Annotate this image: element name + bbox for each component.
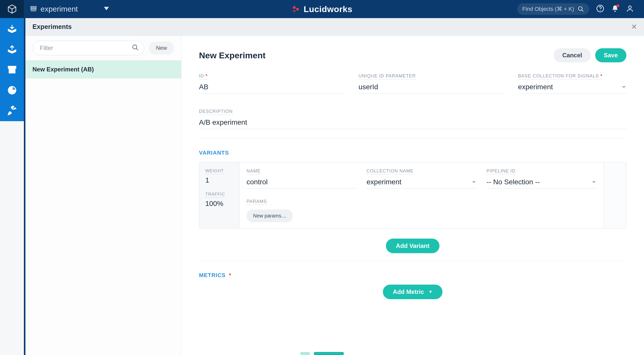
weight-label: WEIGHT (205, 168, 224, 174)
params-label: PARAMS (247, 199, 267, 205)
notifications-icon[interactable] (611, 5, 619, 13)
rail-item-archive[interactable] (0, 59, 24, 80)
svg-marker-5 (104, 7, 109, 10)
variant-drag-handle[interactable] (603, 162, 626, 228)
traffic-label: TRAFFIC (205, 192, 225, 198)
id-value: AB (199, 83, 208, 91)
required-marker: * (227, 272, 231, 278)
rail-item-ingest[interactable] (0, 18, 24, 39)
panel-title: Experiments (32, 23, 72, 31)
variant-collection-field[interactable]: COLLECTION NAME experiment (367, 168, 476, 189)
uid-label: UNIQUE ID PARAMETER (358, 73, 416, 79)
caret-down-icon (104, 7, 109, 11)
svg-marker-12 (8, 50, 16, 53)
chevron-down-icon (471, 178, 476, 186)
desc-label: DESCRIPTION (199, 109, 233, 115)
search-icon (578, 6, 584, 12)
cancel-button[interactable]: Cancel (554, 48, 591, 62)
left-rail (0, 18, 24, 355)
form-column: New Experiment Cancel Save ID* AB UNIQUE… (181, 36, 644, 355)
variant-name-value: control (247, 178, 268, 186)
chevron-down-icon (591, 178, 596, 186)
svg-line-7 (582, 10, 583, 12)
id-label: ID (199, 73, 204, 78)
panel-header: Experiments ✕ (25, 18, 644, 36)
global-search[interactable]: Find Objects (⌘ + K) (517, 3, 589, 15)
svg-point-6 (578, 7, 582, 10)
weight-value: 1 (205, 176, 233, 184)
svg-point-16 (133, 45, 137, 49)
help-icon[interactable] (596, 5, 604, 14)
workspace-switcher[interactable]: experiment (30, 5, 109, 13)
notification-dot (616, 4, 619, 7)
field-description[interactable]: DESCRIPTION A/B experiment (199, 109, 626, 129)
svg-rect-14 (9, 68, 15, 73)
svg-rect-2 (31, 7, 36, 8)
svg-point-9 (600, 10, 601, 11)
uid-value: userId (358, 83, 378, 91)
rail-item-settings[interactable] (0, 101, 24, 121)
variant-pipeline-value: -- No Selection -- (487, 178, 540, 186)
app-logo[interactable] (0, 0, 24, 18)
base-value: experiment (518, 83, 553, 91)
user-icon[interactable] (626, 5, 634, 14)
search-icon (132, 44, 139, 52)
desc-value: A/B experiment (199, 118, 247, 126)
metrics-section-title: METRICS * (199, 272, 626, 279)
new-experiment-button[interactable]: New (149, 41, 174, 55)
base-label: BASE COLLECTION FOR SIGNALS (518, 73, 599, 78)
filter-input[interactable] (32, 41, 144, 55)
svg-line-17 (136, 49, 138, 50)
add-metric-button[interactable]: Add Metric ▼ (383, 285, 443, 299)
add-metric-label: Add Metric (393, 288, 424, 295)
brand-icon (292, 5, 300, 13)
caret-down-icon: ▼ (429, 290, 433, 294)
rail-item-analytics[interactable] (0, 80, 24, 101)
workspace-icon (30, 5, 37, 13)
list-column: New New Experiment (AB) (25, 36, 181, 355)
form-title: New Experiment (199, 51, 266, 60)
chevron-down-icon (621, 83, 626, 91)
search-placeholder: Find Objects (⌘ + K) (522, 6, 574, 12)
variants-section-title: VARIANTS (199, 150, 626, 156)
field-unique-id[interactable]: UNIQUE ID PARAMETER userId (358, 73, 503, 94)
variant-pipeline-label: PIPELINE ID (487, 168, 515, 174)
variant-collection-value: experiment (367, 178, 401, 186)
svg-point-10 (629, 6, 631, 9)
variant-pipeline-field[interactable]: PIPELINE ID -- No Selection -- (487, 168, 596, 189)
brand: Lucidworks (292, 4, 352, 14)
variant-name-field[interactable]: NAME control (247, 168, 356, 189)
logo-icon (7, 4, 17, 14)
metrics-title-text: METRICS (199, 272, 226, 278)
variant-name-label: NAME (247, 168, 261, 174)
traffic-value: 100% (205, 200, 233, 208)
variant-traffic: TRAFFIC 100% (205, 192, 233, 208)
new-params-button[interactable]: New params… (247, 209, 293, 222)
variant-card: WEIGHT 1 TRAFFIC 100% NAME control (199, 162, 626, 229)
svg-rect-3 (31, 9, 36, 10)
rail-item-ingest-2[interactable] (0, 39, 24, 59)
save-button[interactable]: Save (595, 48, 626, 62)
variant-params-field: PARAMS New params… (247, 199, 596, 222)
required-marker: * (206, 73, 208, 78)
field-id[interactable]: ID* AB (199, 73, 343, 94)
svg-marker-11 (8, 29, 16, 32)
add-variant-button[interactable]: Add Variant (386, 239, 439, 253)
brand-name: Lucidworks (304, 4, 352, 14)
workspace-name: experiment (41, 5, 78, 13)
close-icon[interactable]: ✕ (631, 23, 637, 31)
topbar: experiment Lucidworks Find Objects (⌘ + … (0, 0, 644, 18)
variant-weight[interactable]: WEIGHT 1 (205, 168, 233, 184)
bottom-progress (300, 352, 344, 355)
required-marker: * (600, 73, 602, 78)
variant-collection-label: COLLECTION NAME (367, 168, 414, 174)
field-base-collection[interactable]: BASE COLLECTION FOR SIGNALS* experiment (518, 73, 626, 94)
list-item[interactable]: New Experiment (AB) (25, 60, 181, 78)
